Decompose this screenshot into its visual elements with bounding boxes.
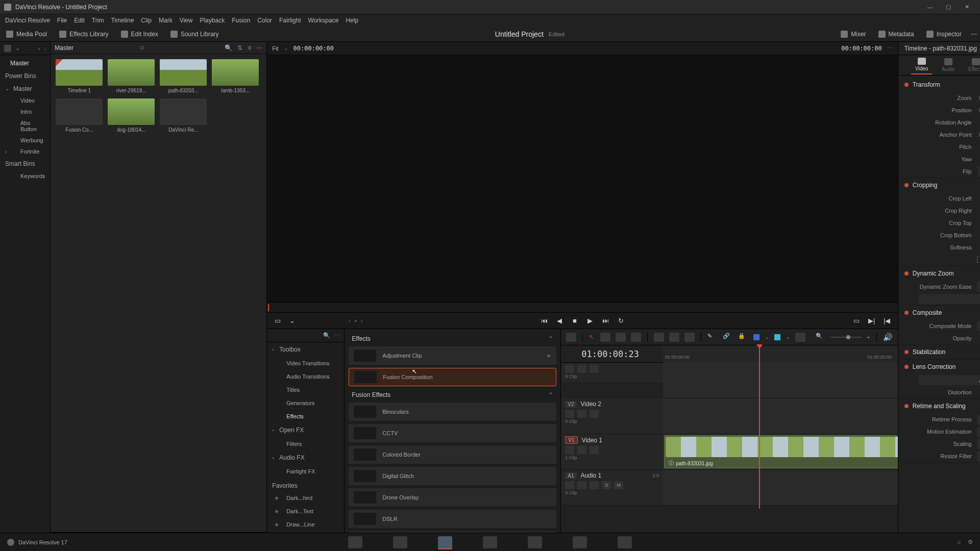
trim-tool[interactable] xyxy=(600,333,610,342)
power-bin-item[interactable]: ›Fortnite xyxy=(0,146,50,157)
track-badge[interactable]: V2 xyxy=(565,401,576,408)
lock-icon[interactable] xyxy=(565,365,574,373)
deliver-page-tab[interactable] xyxy=(618,536,632,548)
media-thumb[interactable]: river-29519... xyxy=(108,59,155,93)
settings-icon[interactable]: ⚙ xyxy=(968,539,973,545)
zoom-in[interactable]: + xyxy=(867,334,870,340)
fx-item[interactable]: Adjustment Clip★ xyxy=(349,346,556,365)
track-lane[interactable] xyxy=(663,470,897,506)
inspector-toggle[interactable]: Inspector xyxy=(920,27,968,42)
fx-category[interactable]: Generators xyxy=(267,396,344,410)
track-enable-icon[interactable] xyxy=(590,410,599,418)
menu-file[interactable]: File xyxy=(57,17,67,24)
fx-favorite[interactable]: ★Draw...Line xyxy=(267,518,344,531)
jump-next-icon[interactable]: ▶| xyxy=(866,316,877,326)
section-header[interactable]: Composite◆↻ xyxy=(898,306,980,320)
fx-item[interactable]: Digital Glitch xyxy=(349,467,556,485)
flip-h-button[interactable] xyxy=(978,166,980,177)
media-thumb[interactable]: Fusion Co... xyxy=(56,98,103,133)
section-enable-dot[interactable] xyxy=(904,404,909,408)
bins-next[interactable]: › xyxy=(44,45,46,52)
dropdown[interactable]: Normal⌄ xyxy=(977,321,980,331)
zoom-dropdown-icon[interactable]: ⌄ xyxy=(284,45,288,52)
fx-category[interactable]: Effects xyxy=(267,410,344,423)
section-header[interactable]: Dynamic Zoom◆↻ xyxy=(898,266,980,281)
search-icon[interactable]: 🔍 xyxy=(225,44,232,52)
menu-timeline[interactable]: Timeline xyxy=(111,17,134,24)
breadcrumb[interactable]: Master xyxy=(55,44,135,52)
fx-item[interactable]: CCTV xyxy=(349,424,556,442)
fx-category[interactable]: ⌄Toolbox xyxy=(267,342,344,357)
flag-dropdown[interactable]: ⌄ xyxy=(765,334,769,340)
viewer-dot1[interactable]: ‹ xyxy=(349,318,351,324)
insert-tool[interactable] xyxy=(631,333,641,342)
media-thumb[interactable]: path-83203... xyxy=(160,59,207,93)
section-enable-dot[interactable] xyxy=(904,83,909,87)
bins-prev[interactable]: ‹ xyxy=(38,45,40,52)
menu-fusion[interactable]: Fusion xyxy=(232,17,250,24)
view-list-icon[interactable] xyxy=(211,44,219,52)
fx-favorite[interactable]: ★Dark...Text xyxy=(267,505,344,518)
minimize-button[interactable]: — xyxy=(921,1,939,13)
viewer-mode-dropdown[interactable]: ⌄ xyxy=(286,316,298,326)
collapse-icon[interactable]: ⌃ xyxy=(548,335,553,342)
menu-davinci-resolve[interactable]: DaVinci Resolve xyxy=(5,17,50,24)
section-header[interactable]: Stabilization◆↻ xyxy=(898,345,980,359)
mute-icon[interactable]: M xyxy=(614,481,623,489)
mixer-toggle[interactable]: Mixer xyxy=(835,27,872,42)
power-bin-item[interactable]: Abo Button xyxy=(0,117,50,135)
fx-more[interactable]: ⋯ xyxy=(334,332,340,339)
power-bin-item[interactable]: Werbung xyxy=(0,135,50,146)
media-thumb[interactable]: dog-18014... xyxy=(108,98,155,133)
solo-icon[interactable]: S xyxy=(602,481,611,489)
auto-select-icon[interactable] xyxy=(577,481,586,489)
find-icon[interactable] xyxy=(795,333,805,342)
track-badge[interactable]: A1 xyxy=(565,472,576,479)
menu-trim[interactable]: Trim xyxy=(92,17,104,24)
metadata-toggle[interactable]: Metadata xyxy=(872,27,920,42)
retain-checkbox[interactable] xyxy=(977,257,980,263)
lock-icon[interactable] xyxy=(565,446,574,454)
track-lane[interactable] xyxy=(663,398,897,434)
stop-button[interactable]: ■ xyxy=(569,316,580,326)
timeline-timecode[interactable]: 01:00:00:23 xyxy=(561,349,663,359)
menu-workspace[interactable]: Workspace xyxy=(308,17,339,24)
step-back-button[interactable]: ◀ xyxy=(554,316,565,326)
fx-category[interactable]: ⌄Open FX xyxy=(267,423,344,437)
playhead[interactable] xyxy=(759,345,760,509)
track-badge[interactable]: V1 xyxy=(565,436,577,444)
sound-library-toggle[interactable]: Sound Library xyxy=(164,27,225,42)
section-enable-dot[interactable] xyxy=(904,183,909,187)
dropdown[interactable]: Project Settings⌄ xyxy=(977,439,980,449)
timeline-clip[interactable]: ⓘpath-832031.jpg xyxy=(664,435,897,468)
inspector-tab-video[interactable]: Video xyxy=(911,56,932,74)
dropdown[interactable]: Project Settings⌄ xyxy=(977,415,980,424)
fx-category[interactable]: ⌄Audio FX xyxy=(267,450,344,465)
media-thumb[interactable]: DaVinci Re... xyxy=(160,98,207,133)
timeline-ruler[interactable]: 01:00:00:00 01:00:20:00 xyxy=(663,345,897,363)
fairlight-page-tab[interactable] xyxy=(573,536,587,548)
zoom-slider[interactable] xyxy=(831,337,862,338)
power-bin-item[interactable]: Video xyxy=(0,95,50,106)
viewer-mode-icon[interactable]: ▭ xyxy=(272,316,283,326)
section-header[interactable]: Transform◆↻ xyxy=(898,78,980,92)
lock-icon[interactable] xyxy=(565,410,574,418)
effects-library-toggle[interactable]: Effects Library xyxy=(53,27,114,42)
home-icon[interactable]: ⌂ xyxy=(957,539,961,545)
bin-master[interactable]: Master xyxy=(0,57,50,69)
link-icon[interactable]: 🔗 xyxy=(723,333,733,342)
replace-clip[interactable] xyxy=(684,333,695,342)
fx-item[interactable]: Fusion Composition xyxy=(349,368,556,386)
marker-dropdown[interactable]: ⌄ xyxy=(786,334,790,340)
menu-fairlight[interactable]: Fairlight xyxy=(279,17,301,24)
cut-page-tab[interactable] xyxy=(393,536,407,548)
section-enable-dot[interactable] xyxy=(904,350,909,354)
flag-blue[interactable] xyxy=(753,334,760,340)
fx-item[interactable]: Binoculars xyxy=(349,403,556,421)
dropdown[interactable]: Project Settings⌄ xyxy=(977,427,980,437)
toolbar-more[interactable]: ⋯ xyxy=(968,27,980,42)
fx-favorite[interactable]: ★Dark...hird xyxy=(267,491,344,505)
track-lane[interactable] xyxy=(663,363,897,398)
match-frame-icon[interactable]: ▭ xyxy=(851,316,862,326)
bins-layout-icon[interactable] xyxy=(4,45,11,52)
